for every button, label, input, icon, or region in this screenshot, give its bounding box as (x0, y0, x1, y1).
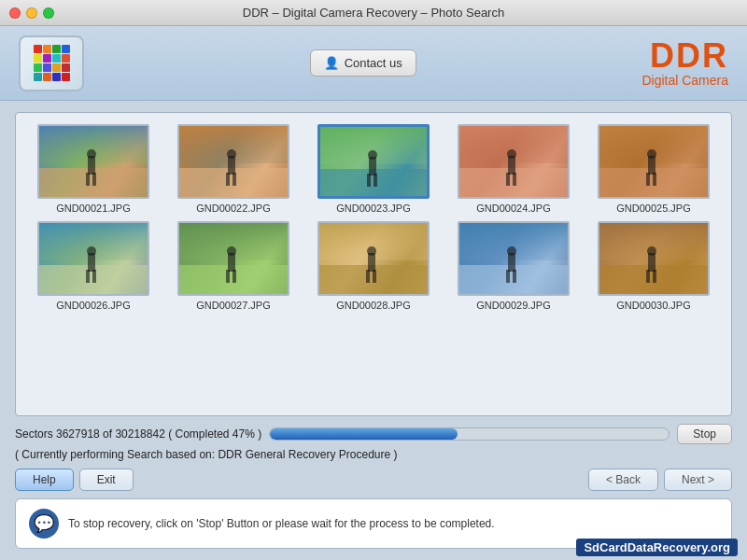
next-button[interactable]: Next > (664, 469, 732, 491)
logo-cell (34, 73, 42, 81)
photo-label: GND00024.JPG (476, 203, 550, 214)
photo-canvas (319, 223, 430, 296)
logo-cell (34, 63, 42, 72)
photo-canvas (320, 127, 430, 199)
info-text: To stop recovery, click on 'Stop' Button… (68, 517, 495, 530)
photo-item[interactable]: GND00022.JPG (167, 124, 300, 214)
photo-label: GND00025.JPG (616, 203, 690, 214)
button-row: Help Exit < Back Next > (15, 469, 732, 491)
logo-cell (34, 45, 42, 53)
photo-item[interactable]: GND00026.JPG (27, 221, 160, 311)
traffic-lights (9, 7, 54, 19)
logo-cell (52, 73, 61, 81)
info-icon: 💬 (29, 509, 59, 539)
header: 👤 Contact us DDR Digital Camera (0, 26, 747, 101)
photo-item[interactable]: GND00028.JPG (307, 221, 440, 311)
minimize-button[interactable] (26, 7, 37, 19)
progress-area: Sectors 3627918 of 30218842 ( Completed … (15, 424, 732, 461)
watermark: SdCardDataRecovery.org (576, 539, 738, 556)
photo-item[interactable]: GND00029.JPG (447, 221, 580, 311)
photo-label: GND00023.JPG (336, 203, 410, 214)
photo-canvas (599, 126, 710, 199)
back-button[interactable]: < Back (588, 469, 658, 491)
photo-label: GND00022.JPG (196, 203, 270, 214)
logo-cell (62, 54, 70, 63)
photo-label: GND00027.JPG (196, 300, 270, 311)
brand-block: DDR Digital Camera (641, 39, 728, 88)
photo-thumbnail[interactable] (177, 221, 289, 296)
photo-label: GND00026.JPG (56, 300, 130, 311)
photo-thumbnail[interactable] (458, 221, 570, 296)
brand-subtitle: Digital Camera (641, 73, 728, 88)
photo-label: GND00030.JPG (616, 300, 690, 311)
photo-canvas (599, 223, 710, 296)
logo-grid (34, 45, 70, 81)
logo-cell (43, 54, 51, 63)
photo-thumbnail[interactable] (598, 221, 710, 296)
maximize-button[interactable] (43, 7, 54, 19)
logo-cell (43, 45, 51, 53)
photo-canvas (39, 126, 149, 199)
brand-title: DDR (641, 39, 728, 73)
photo-thumbnail[interactable] (37, 124, 149, 199)
contact-icon: 👤 (324, 56, 339, 70)
photo-thumbnail[interactable] (598, 124, 710, 199)
photo-panel: GND00021.JPGGND00022.JPGGND00023.JPGGND0… (15, 112, 732, 416)
progress-bar-fill (270, 428, 458, 440)
photo-label: GND00029.JPG (476, 300, 550, 311)
photo-grid: GND00021.JPGGND00022.JPGGND00023.JPGGND0… (16, 113, 731, 322)
photo-item[interactable]: GND00025.JPG (587, 124, 720, 214)
contact-button[interactable]: 👤 Contact us (310, 49, 416, 77)
logo-cell (43, 73, 51, 81)
photo-canvas (459, 126, 570, 199)
photo-item[interactable]: GND00030.JPG (587, 221, 720, 311)
recovery-info: ( Currently performing Search based on: … (15, 448, 732, 461)
logo-cell (43, 63, 51, 72)
help-button[interactable]: Help (15, 469, 74, 491)
progress-row: Sectors 3627918 of 30218842 ( Completed … (15, 424, 732, 444)
window-title: DDR – Digital Camera Recovery – Photo Se… (243, 6, 504, 20)
photo-label: GND00021.JPG (56, 203, 130, 214)
logo-cell (34, 54, 42, 63)
photo-thumbnail[interactable] (317, 124, 430, 199)
logo-cell (52, 54, 61, 63)
logo-cell (52, 45, 61, 53)
logo-cell (62, 73, 70, 81)
logo-cell (62, 45, 70, 53)
photo-thumbnail[interactable] (317, 221, 430, 296)
photo-canvas (179, 223, 289, 296)
titlebar: DDR – Digital Camera Recovery – Photo Se… (0, 0, 747, 26)
photo-canvas (459, 223, 570, 296)
photo-thumbnail[interactable] (177, 124, 289, 199)
photo-thumbnail[interactable] (458, 124, 570, 199)
photo-item[interactable]: GND00024.JPG (447, 124, 580, 214)
main-content: GND00021.JPGGND00022.JPGGND00023.JPGGND0… (0, 101, 747, 560)
photo-item[interactable]: GND00023.JPG (307, 124, 440, 214)
progress-bar-container (269, 427, 669, 441)
logo-cell (62, 63, 70, 72)
photo-canvas (39, 223, 149, 296)
close-button[interactable] (9, 7, 21, 19)
photo-thumbnail[interactable] (37, 221, 149, 296)
sectors-text: Sectors 3627918 of 30218842 ( Completed … (15, 427, 261, 441)
photo-canvas (179, 126, 289, 199)
photo-item[interactable]: GND00027.JPG (167, 221, 300, 311)
exit-button[interactable]: Exit (79, 469, 134, 491)
photo-item[interactable]: GND00021.JPG (27, 124, 160, 214)
contact-label: Contact us (345, 56, 402, 70)
photo-label: GND00028.JPG (336, 300, 410, 311)
stop-button[interactable]: Stop (677, 424, 732, 444)
app-logo (19, 35, 84, 91)
logo-cell (52, 63, 61, 72)
